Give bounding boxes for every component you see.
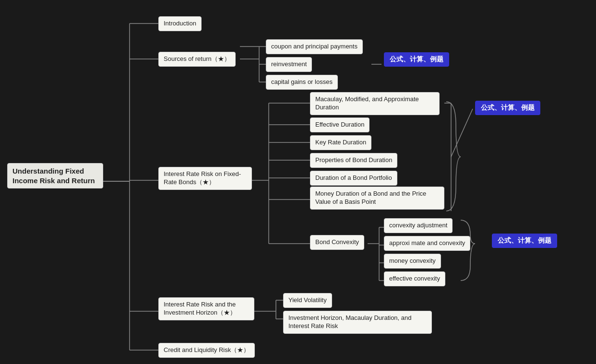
badge-3: 公式、计算、例题: [492, 234, 557, 248]
node-portfolio: Duration of a Bond Portfolio: [310, 171, 397, 186]
node-sources: Sources of return（★）: [158, 52, 236, 67]
node-keyrate: Key Rate Duration: [310, 135, 371, 150]
node-moneyconv: money convexity: [384, 254, 441, 269]
badge-1: 公式、计算、例题: [384, 52, 449, 67]
node-effconv: effective convexity: [384, 271, 445, 286]
svg-line-36: [451, 109, 473, 157]
node-interest: Interest Rate Risk on Fixed-Rate Bonds（★…: [158, 167, 252, 190]
node-convadj: convexity adjustment: [384, 218, 453, 233]
node-horizon: Interest Rate Risk and the Investment Ho…: [158, 297, 254, 320]
node-intro: Introduction: [158, 16, 202, 31]
root-node: Understanding Fixed Income Risk and Retu…: [7, 163, 103, 188]
node-reinvest: reinvestment: [266, 57, 312, 72]
node-convexity: Bond Convexity: [310, 235, 364, 250]
node-credit: Credit and Liquidity Risk（★）: [158, 343, 255, 358]
node-yieldvol: Yield Volatility: [283, 293, 332, 308]
node-macaulay: Macaulay, Modified, and Approximate Dura…: [310, 92, 440, 115]
mind-map: Understanding Fixed Income Risk and Retu…: [0, 0, 596, 364]
node-capital: capital gains or losses: [266, 75, 338, 90]
node-invhorizon: Investment Horizon, Macaulay Duration, a…: [283, 311, 432, 334]
node-properties: Properties of Bond Duration: [310, 153, 397, 168]
badge-2: 公式、计算、例题: [475, 101, 540, 115]
node-approxconv: approxi mate and convexity: [384, 236, 470, 251]
node-coupon: coupon and principal payments: [266, 39, 363, 54]
node-money: Money Duration of a Bond and the Price V…: [310, 187, 444, 210]
node-effective: Effective Duration: [310, 117, 370, 132]
